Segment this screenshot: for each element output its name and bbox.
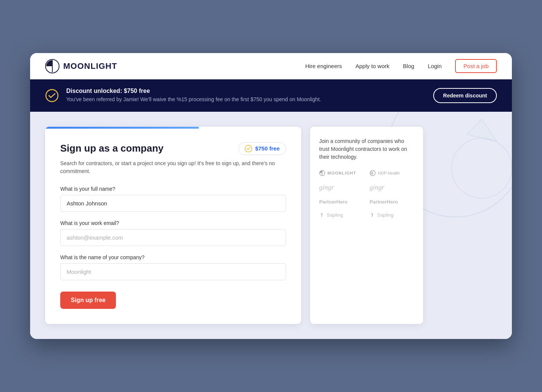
badge-check-icon (245, 145, 252, 152)
full-name-group: What is your full name? (60, 186, 286, 212)
gingr-label-1: gingr (319, 184, 334, 191)
form-header: Sign up as a company $750 free (60, 142, 286, 155)
logo[interactable]: MOONLIGHT (45, 59, 117, 73)
form-card: Sign up as a company $750 free Search fo… (45, 127, 301, 324)
work-email-label: What is your work email? (60, 220, 286, 226)
company-logo-hdp: HDP Health (370, 170, 414, 176)
nav-hire-engineers[interactable]: Hire engineers (305, 63, 342, 69)
company-logo-partnerhero-1: PartnerHero (319, 199, 364, 205)
company-name-group: What is the name of your company? (60, 254, 286, 280)
social-proof-card: Join a community of companies who trust … (310, 127, 423, 324)
hdp-logo-icon (370, 170, 376, 176)
moonlight-label-1: MOONLIGHT (327, 171, 356, 175)
post-job-button[interactable]: Post a job (455, 59, 497, 73)
form-title: Sign up as a company (60, 143, 164, 154)
badge-amount: $750 free (255, 145, 280, 152)
form-subtitle: Search for contractors, or start a proje… (60, 160, 286, 175)
svg-point-1 (46, 90, 58, 102)
sapling-label-1: Sapling (327, 212, 343, 218)
partnerhero-label-1: PartnerHero (319, 199, 347, 205)
nav-login[interactable]: Login (428, 63, 442, 69)
discount-check-icon (45, 89, 59, 102)
navbar: MOONLIGHT Hire engineers Apply to work B… (30, 53, 512, 79)
company-logo-gingr-2: gingr (370, 184, 414, 191)
full-name-label: What is your full name? (60, 186, 286, 192)
company-logo-moonlight-1: MOONLIGHT (319, 170, 364, 176)
company-logo-gingr-1: gingr (319, 184, 364, 191)
sapling-icon-1 (319, 212, 324, 217)
redeem-discount-button[interactable]: Redeem discount (433, 88, 497, 103)
signup-button[interactable]: Sign up free (60, 292, 116, 309)
company-logo-sapling-1: Sapling (319, 212, 364, 218)
nav-links: Hire engineers Apply to work Blog Login … (305, 59, 497, 73)
sapling-icon-2 (370, 212, 375, 217)
company-logo-sapling-2: Sapling (370, 212, 414, 218)
logo-text: MOONLIGHT (63, 61, 117, 71)
discount-badge: $750 free (238, 142, 286, 155)
social-proof-description: Join a community of companies who trust … (319, 137, 414, 161)
logo-icon (45, 59, 59, 73)
nav-apply-to-work[interactable]: Apply to work (356, 63, 390, 69)
full-name-input[interactable] (60, 195, 286, 212)
moonlight-logo-icon (319, 170, 325, 176)
company-logo-grid: MOONLIGHT HDP Health gingr (319, 170, 414, 218)
discount-text-block: Discount unlocked: $750 free You've been… (66, 88, 426, 103)
nav-blog[interactable]: Blog (403, 63, 414, 69)
company-name-input[interactable] (60, 263, 286, 280)
discount-title: Discount unlocked: $750 free (66, 88, 426, 94)
main-content: Sign up as a company $750 free Search fo… (30, 112, 512, 339)
content-row: Sign up as a company $750 free Search fo… (45, 127, 497, 324)
company-name-label: What is the name of your company? (60, 254, 286, 260)
sapling-label-2: Sapling (377, 212, 393, 218)
discount-description: You've been referred by Jamie! We'll wai… (66, 96, 426, 103)
gingr-label-2: gingr (370, 184, 384, 191)
company-logo-partnerhero-2: PartnerHero (370, 199, 414, 205)
hdp-label: HDP Health (378, 171, 400, 175)
work-email-input[interactable] (60, 229, 286, 246)
partnerhero-label-2: PartnerHero (370, 199, 398, 205)
browser-window: MOONLIGHT Hire engineers Apply to work B… (30, 53, 512, 339)
work-email-group: What is your work email? (60, 220, 286, 246)
discount-banner: Discount unlocked: $750 free You've been… (30, 79, 512, 112)
form-inner: Sign up as a company $750 free Search fo… (45, 129, 301, 324)
